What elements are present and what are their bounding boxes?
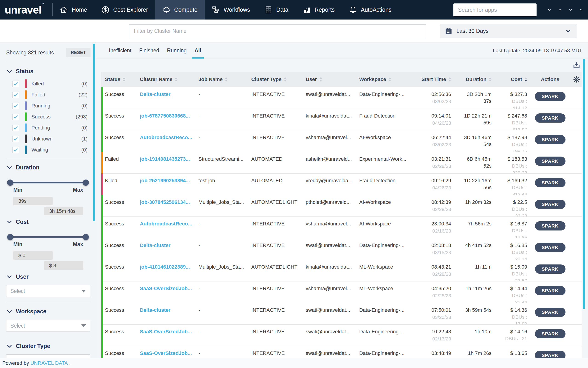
cost-min-input[interactable]: $ 0: [13, 251, 53, 260]
unravel-logo[interactable]: unravel™: [0, 3, 53, 16]
cluster-name-link[interactable]: job-2521990253894...: [140, 178, 190, 184]
status-checkbox[interactable]: [12, 136, 19, 142]
spark-button[interactable]: SPARK: [535, 329, 566, 338]
user-select[interactable]: Select: [6, 285, 90, 297]
cluster-name-link[interactable]: Delta-cluster: [140, 307, 170, 313]
workspace-select[interactable]: Select: [6, 320, 90, 332]
cost-max-handle[interactable]: [83, 234, 89, 240]
cluster-name-link[interactable]: SaaS-OverSizedJob...: [140, 285, 192, 291]
spark-button[interactable]: SPARK: [535, 286, 566, 295]
start-time: 06:22:44: [417, 134, 451, 141]
cell-cluster-type: INTERACTIVE: [251, 346, 306, 358]
app-search-input[interactable]: [453, 3, 537, 16]
column-header[interactable]: Duration: [451, 76, 492, 83]
workspace-section-header[interactable]: Workspace: [7, 308, 96, 315]
spark-button[interactable]: SPARK: [535, 351, 566, 358]
spark-button[interactable]: SPARK: [535, 135, 566, 144]
status-checkbox[interactable]: [12, 81, 19, 87]
cell-workspace: AI-Workspace: [359, 195, 417, 216]
cluster-type-section-header[interactable]: Cluster Type: [7, 343, 96, 350]
start-time: 09:14:01: [417, 112, 451, 119]
spark-button[interactable]: SPARK: [535, 308, 566, 317]
column-header[interactable]: Job Name: [198, 76, 251, 83]
cluster-name-link[interactable]: job-4101461022389...: [140, 264, 190, 270]
column-header[interactable]: Cluster Name: [140, 76, 198, 83]
column-header[interactable]: Cost: [492, 76, 527, 83]
cost-min-handle[interactable]: [7, 234, 13, 240]
status-checkbox[interactable]: [12, 125, 19, 131]
duration-min-input[interactable]: 39s: [13, 197, 53, 205]
spark-button[interactable]: SPARK: [535, 221, 566, 230]
nav-item-compute[interactable]: Compute: [155, 0, 205, 19]
duration-max-input[interactable]: 3h 15m 48s: [44, 207, 83, 215]
start-date: 03/02/23: [417, 98, 451, 105]
cluster-name-filter-input[interactable]: [129, 24, 426, 38]
reset-filters-button[interactable]: RESET: [66, 48, 91, 57]
cluster-name-link[interactable]: job-6787750830668...: [140, 113, 190, 119]
cell-cost: $ 247.68DBUs : 312.97: [492, 109, 527, 130]
tab[interactable]: Running: [163, 43, 191, 59]
cost-section-header[interactable]: Cost: [7, 219, 96, 225]
spark-button[interactable]: SPARK: [535, 200, 566, 209]
spark-button[interactable]: SPARK: [535, 156, 566, 166]
nav-item-workflows[interactable]: Workflows: [205, 0, 257, 19]
help-menu[interactable]: [569, 8, 572, 12]
column-header[interactable]: User: [306, 76, 359, 83]
sidebar-scrollbar[interactable]: [93, 44, 95, 221]
nav-item-reports[interactable]: Reports: [295, 0, 342, 19]
column-header[interactable]: Workspace: [359, 76, 417, 83]
cluster-name-link[interactable]: SaaS-OverSizedJob...: [140, 329, 192, 334]
date-range-select[interactable]: Last 30 Days: [440, 24, 577, 38]
row-status-stripe: [101, 87, 103, 109]
apps-grid-menu[interactable]: [548, 8, 551, 12]
nav-item-cost-explorer[interactable]: Cost Explorer: [94, 0, 155, 19]
table-settings-button[interactable]: [573, 76, 584, 83]
cell-user: kinala@unraveldat...: [306, 109, 359, 130]
cell-workspace: Data-Engineering-...: [359, 87, 417, 109]
duration-section-header[interactable]: Duration: [7, 164, 96, 171]
sort-icon: [489, 77, 492, 82]
cluster-name-link[interactable]: job-3078452596134...: [140, 199, 190, 205]
column-header[interactable]: Start Time: [417, 76, 451, 83]
download-icon[interactable]: [572, 61, 581, 69]
column-header[interactable]: Cluster Type: [251, 76, 306, 83]
start-date: 02/28/23: [417, 292, 451, 299]
tab[interactable]: Finished: [135, 43, 163, 59]
nav-item-home[interactable]: Home: [53, 0, 94, 19]
status-checkbox[interactable]: [12, 147, 19, 153]
duration-min-handle[interactable]: [7, 180, 13, 186]
start-time: 23:00:34: [417, 221, 451, 227]
status-checkbox[interactable]: [12, 114, 19, 120]
spark-button[interactable]: SPARK: [535, 265, 566, 274]
row-status-stripe: [101, 216, 103, 238]
cost-max-input[interactable]: $ 8: [44, 261, 83, 270]
cluster-name-link[interactable]: SaaS-OverSizedJob...: [140, 350, 192, 356]
cluster-name-link[interactable]: AutobroadcastReco...: [140, 135, 192, 140]
cluster-name-link[interactable]: job-1914081435273...: [140, 156, 190, 162]
column-header[interactable]: Status: [101, 76, 140, 83]
column-header[interactable]: Actions: [527, 76, 573, 83]
cluster-type-select[interactable]: Select: [6, 354, 90, 358]
tab[interactable]: Inefficient: [105, 43, 135, 59]
main-scrollbar[interactable]: [583, 59, 585, 309]
admin-tools-menu[interactable]: [558, 8, 562, 12]
nav-item-data[interactable]: Data: [257, 0, 296, 19]
nav-item-autoactions[interactable]: AutoActions: [342, 0, 399, 19]
row-status-stripe: [101, 130, 103, 152]
spark-button[interactable]: SPARK: [535, 113, 566, 123]
duration-max-handle[interactable]: [83, 180, 89, 186]
user-section-header[interactable]: User: [7, 273, 96, 280]
status-checkbox[interactable]: [12, 92, 19, 98]
cluster-name-link[interactable]: Delta-cluster: [140, 242, 170, 248]
status-section-header[interactable]: Status: [7, 68, 96, 75]
cluster-name-link[interactable]: AutobroadcastReco...: [140, 221, 192, 227]
spark-button[interactable]: SPARK: [535, 178, 566, 187]
chevron-down-icon: [569, 8, 572, 12]
cluster-name-link[interactable]: Delta-cluster: [140, 91, 170, 97]
user-menu[interactable]: [579, 8, 583, 12]
status-checkbox[interactable]: [12, 103, 19, 109]
unravel-data-link[interactable]: UNRAVEL DATA: [30, 360, 68, 366]
tab[interactable]: All: [191, 43, 205, 59]
spark-button[interactable]: SPARK: [535, 243, 566, 252]
spark-button[interactable]: SPARK: [535, 92, 566, 101]
